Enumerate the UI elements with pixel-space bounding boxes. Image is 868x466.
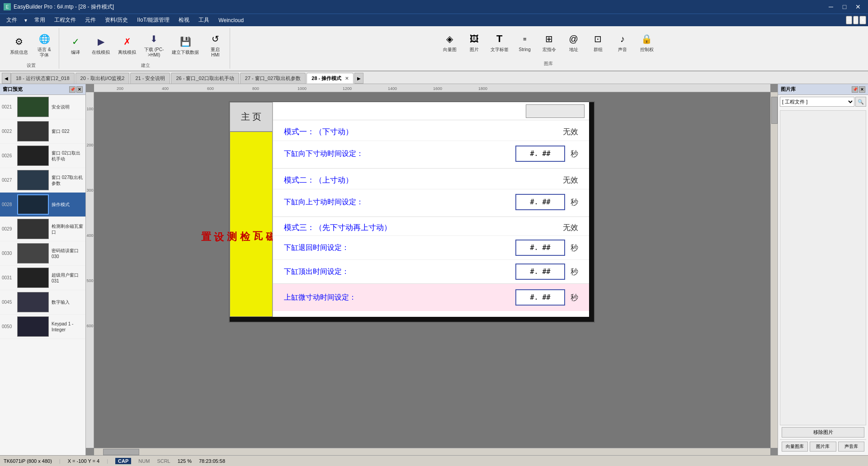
svg-text:1200: 1200 (343, 86, 352, 91)
compile-button[interactable]: ✓ 编译 (65, 33, 86, 57)
main-content: 窗口预览 📌 ✕ 0021 安全说明 0022 窗口 022 0026 窗口 0… (0, 84, 868, 455)
preview-item-0050[interactable]: 0050 Keypad 1 - Integer (0, 315, 85, 339)
image-library-button[interactable]: 图片库 (810, 442, 836, 452)
tab-18[interactable]: 18 - 运行状态窗口2_018 (11, 73, 75, 84)
hmi-mode2-input[interactable]: #. ## (515, 194, 565, 210)
tab-26[interactable]: 26 - 窗口_02口取出机手动 (171, 73, 239, 84)
preview-item-0026[interactable]: 0026 窗口 02口取出机手动 (0, 144, 85, 168)
string-button[interactable]: ≡ String (514, 30, 536, 54)
macro-button[interactable]: ⊞ 宏指令 (538, 30, 560, 54)
vscroll-thumb[interactable] (771, 97, 778, 124)
vector-img-button[interactable]: ◈ 向量图 (439, 30, 461, 54)
create-download-label: 建立下载数据 (172, 50, 199, 55)
canvas-scroll-area[interactable]: 主 页 剩 余 磁 瓦 检 测 设 置 (94, 92, 770, 448)
preview-item-0031[interactable]: 0031 超级用户窗口 031 (0, 266, 85, 290)
preview-item-0030[interactable]: 0030 密码错误窗口 030 (0, 241, 85, 266)
image-source-dropdown[interactable]: [ 工程文件 ] (780, 97, 854, 107)
canvas-hscroll[interactable] (94, 448, 770, 455)
create-download-button[interactable]: 💾 建立下载数据 (169, 33, 202, 57)
download-hmi-button[interactable]: ⬇ 下载 (PC->HMI) (142, 30, 166, 60)
canvas-vscroll[interactable] (770, 92, 778, 448)
preview-item-0029[interactable]: 0029 检测剩余磁瓦窗口 (0, 217, 85, 241)
menu-tools[interactable]: 工具 (194, 15, 214, 25)
preview-item-0027[interactable]: 0027 窗口 027取出机参数 (0, 168, 85, 193)
tab-28[interactable]: 28 - 操作模式 ✕ (307, 73, 354, 84)
hmi-mode3-input1[interactable]: #. ## (515, 240, 565, 256)
online-sim-button[interactable]: ▶ 在线模拟 (89, 33, 113, 57)
main-page-button[interactable]: 主 页 (230, 102, 273, 132)
hmi-mode2-header: 模式二：（上寸动） 无效 (273, 169, 589, 189)
right-panel-close-icon[interactable]: ✕ (859, 86, 865, 93)
preview-label-0027: 窗口 027取出机参数 (52, 174, 84, 186)
right-panel-pin-icon[interactable]: 📌 (852, 86, 858, 93)
tab-27[interactable]: 27 - 窗口_027取出机参数 (240, 73, 306, 84)
lang-font-button[interactable]: 🌐 语言 &字体 (33, 30, 55, 60)
svg-text:600: 600 (207, 86, 214, 91)
menu-bar: 文件 ▾ 常用 工程文件 元件 资料/历史 IIoT/能源管理 检视 工具 We… (0, 14, 868, 26)
hmi-mode1-unit: 秒 (571, 149, 578, 159)
hmi-upper-input[interactable]: #. ## (515, 289, 565, 306)
left-panel-close-icon[interactable]: ✕ (76, 86, 83, 93)
left-panel-pin-icon[interactable]: 📌 (69, 86, 75, 93)
image-label: 图片 (470, 47, 479, 52)
preview-item-0028[interactable]: 0028 操作模式 (0, 193, 85, 217)
menu-min-button[interactable]: ─ (846, 16, 852, 24)
menu-view[interactable]: 检视 (174, 15, 194, 25)
hmi-mode1-value: #. ## (530, 150, 550, 158)
hmi-upper-unit: 秒 (571, 292, 578, 303)
tab-scroll-left[interactable]: ◀ (2, 73, 11, 84)
tab-20[interactable]: 20 - 取出机I/O监视2 (75, 73, 130, 84)
hmi-mode3-input2[interactable]: #. ## (515, 264, 565, 280)
menu-component[interactable]: 元件 (80, 15, 100, 25)
hmi-mode3-time2-row: 下缸顶出时间设定： #. ## 秒 (273, 260, 589, 284)
tab-21[interactable]: 21 - 安全说明 (130, 73, 170, 84)
tab-28-close-icon[interactable]: ✕ (345, 76, 349, 81)
right-panel-content: [ 工程文件 ] 🔍 移除图片 向量图库 图片库 声音库 (778, 95, 868, 455)
image-search-button[interactable]: 🔍 (855, 97, 866, 107)
menu-project[interactable]: 工程文件 (50, 15, 80, 25)
horizontal-ruler: 200 400 600 800 1000 1200 1400 1600 1800 (94, 84, 770, 92)
svg-text:300: 300 (86, 188, 93, 193)
sound-button[interactable]: ♪ 声音 (612, 30, 633, 54)
hmi-mode2-time-label: 下缸向上寸动时间设定： (284, 198, 510, 207)
hmi-mode3-label: 模式三：（先下寸动再上寸动） (284, 222, 554, 233)
hscroll-thumb[interactable] (103, 449, 139, 455)
offline-sim-button[interactable]: ✗ 离线模拟 (115, 33, 139, 57)
vector-library-button[interactable]: 向量图库 (782, 442, 808, 452)
address-button[interactable]: @ 地址 (563, 30, 585, 54)
control-button[interactable]: 🔒 控制权 (636, 30, 658, 54)
sidebar-char6: 测 (226, 223, 238, 225)
status-device: TK6071iP (800 x 480) (4, 458, 52, 464)
menu-common[interactable]: 常用 (30, 15, 50, 25)
hmi-top-box[interactable] (526, 104, 585, 118)
menu-iiot[interactable]: IIoT/能源管理 (132, 15, 174, 25)
remove-image-button[interactable]: 移除图片 (782, 427, 864, 438)
toolbar-settings-buttons: ⚙ 系统信息 🌐 语言 &字体 (7, 30, 55, 60)
svg-text:400: 400 (86, 233, 93, 238)
sound-library-button[interactable]: 声音库 (838, 442, 864, 452)
sys-info-button[interactable]: ⚙ 系统信息 (7, 33, 31, 57)
hmi-mode2-value: #. ## (530, 198, 550, 206)
menu-data-history[interactable]: 资料/历史 (100, 15, 132, 25)
hmi-mode1-input[interactable]: #. ## (515, 146, 565, 162)
menu-weincloud[interactable]: Weincloud (214, 16, 248, 24)
group-button[interactable]: ⊡ 群组 (587, 30, 609, 54)
menu-file[interactable]: 文件 (2, 15, 22, 25)
toolbar-group-library: ◈ 向量图 🖼 图片 T 文字标签 ≡ String ⊞ 宏指令 @ 地址 (232, 28, 864, 69)
preview-num-0050: 0050 (2, 324, 14, 329)
sidebar-char7: 设 (213, 223, 225, 225)
minimize-button[interactable]: ─ (825, 2, 837, 11)
menu-restore-button[interactable]: □ (853, 16, 859, 24)
image-button[interactable]: 🖼 图片 (463, 30, 485, 54)
preview-item-0021[interactable]: 0021 安全说明 (0, 95, 85, 119)
text-label-button[interactable]: T 文字标签 (488, 30, 511, 54)
preview-item-0045[interactable]: 0045 数字输入 (0, 290, 85, 315)
tab-scroll-right[interactable]: ▶ (354, 73, 363, 84)
menu-toolbar[interactable]: ▾ (22, 16, 30, 24)
toolbar-group-settings: ⚙ 系统信息 🌐 语言 &字体 设置 (4, 28, 59, 69)
preview-item-0022[interactable]: 0022 窗口 022 (0, 119, 85, 144)
restart-hmi-button[interactable]: ↺ 重启HMI (204, 30, 226, 60)
maximize-button[interactable]: □ (838, 2, 851, 11)
close-button[interactable]: ✕ (852, 2, 864, 11)
menu-close-button[interactable]: ✕ (859, 16, 866, 24)
